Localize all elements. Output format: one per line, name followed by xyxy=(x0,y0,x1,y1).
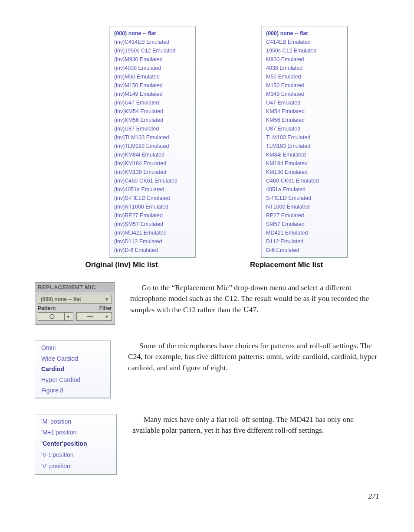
panel-title: REPLACEMENT MIC xyxy=(35,283,115,292)
list-item[interactable]: C414EB Emulated xyxy=(266,38,341,46)
filter-select[interactable]: ▼ xyxy=(76,312,112,321)
list-item[interactable]: (inv)RE27 Emulated xyxy=(114,211,189,220)
list-item[interactable]: (inv)NT1000 Emulated xyxy=(114,202,189,211)
list-item[interactable]: (inv)M930 Emulated xyxy=(114,55,189,64)
list-item[interactable]: M50 Emulated xyxy=(266,72,341,81)
list-item[interactable]: M150 Emulated xyxy=(266,81,341,90)
original-mic-list[interactable]: (000) none -- flat (inv)C414EB Emulated … xyxy=(109,26,196,258)
list-item[interactable]: C460-CK61 Emulated xyxy=(266,176,341,185)
list-item[interactable]: KM184 Emulated xyxy=(266,159,341,168)
list-item[interactable]: Omni xyxy=(41,343,104,353)
list-item[interactable]: (inv)MD421 Emulated xyxy=(114,228,189,237)
pattern-select[interactable]: ▼ xyxy=(38,312,73,321)
list-item[interactable]: (inv)U87 Emulated xyxy=(114,124,189,133)
list-item[interactable]: 'M+1'position xyxy=(41,427,110,438)
paragraph-1: Go to the “Replacement Mic” drop-down me… xyxy=(130,282,379,325)
list-item[interactable]: KM54 Emulated xyxy=(266,107,341,116)
list-item[interactable]: (inv)S-FIELD Emulated xyxy=(114,194,189,202)
replacement-mic-dropdown[interactable]: (000) none -- flat ▼ xyxy=(38,295,112,304)
list-item[interactable]: 1950s C12 Emulated xyxy=(266,46,341,55)
rolloff-list[interactable]: 'M' position 'M+1'position 'Center'posit… xyxy=(35,414,117,475)
list-item[interactable]: (inv)M50 Emulated xyxy=(114,72,189,81)
page-number: 271 xyxy=(35,492,379,501)
list-item[interactable]: (inv)KM54 Emulated xyxy=(114,107,189,116)
omni-icon xyxy=(39,313,64,320)
list-item[interactable]: 4051a Emulated xyxy=(266,185,341,194)
list-item[interactable]: (inv)C460-CK61 Emulated xyxy=(114,176,189,185)
pattern-label: Pattern xyxy=(38,305,73,311)
list-item[interactable]: KM130 Emulated xyxy=(266,168,341,176)
paragraph-2: Some of the microphones have choices for… xyxy=(128,340,379,398)
chevron-down-icon: ▼ xyxy=(105,297,109,302)
list-item[interactable]: M930 Emulated xyxy=(266,55,341,64)
filter-label: Filter xyxy=(76,305,112,311)
chevron-down-icon: ▼ xyxy=(103,314,110,319)
list-item[interactable]: (inv)U47 Emulated xyxy=(114,98,189,107)
list-item-selected[interactable]: 'Center'position xyxy=(41,438,110,450)
list-item[interactable]: (inv)TLM103 Emulated xyxy=(114,133,189,142)
chevron-down-icon: ▼ xyxy=(65,314,72,319)
dropdown-selected: (000) none -- flat xyxy=(41,296,81,302)
list-item[interactable]: (inv)M149 Emulated xyxy=(114,90,189,98)
list-item[interactable]: SM57 Emulated xyxy=(266,220,341,228)
list-item[interactable]: (inv)SM57 Emulated xyxy=(114,220,189,228)
list-item-selected[interactable]: Cardiod xyxy=(41,364,104,375)
list-item[interactable]: (inv)C414EB Emulated xyxy=(114,38,189,46)
list-item[interactable]: 'V-1'position xyxy=(41,450,110,461)
paragraph-3: Many mics have only a flat roll-off sett… xyxy=(132,414,379,475)
list-item[interactable]: (inv)KM130 Emulated xyxy=(114,168,189,176)
list-item[interactable]: (inv)M150 Emulated xyxy=(114,81,189,90)
list-item[interactable]: TLM103 Emulated xyxy=(266,133,341,142)
replacement-mic-list-header[interactable]: (000) none -- flat xyxy=(266,29,341,38)
list-item[interactable]: Figure 8 xyxy=(41,385,104,396)
list-item[interactable]: MD421 Emulated xyxy=(266,228,341,237)
list-item[interactable]: (inv)4051a Emulated xyxy=(114,185,189,194)
list-item[interactable]: (inv)D112 Emulated xyxy=(114,237,189,246)
flat-line-icon xyxy=(78,313,103,320)
list-item[interactable]: NT1000 Emulated xyxy=(266,202,341,211)
list-item[interactable]: D-6 Emulated xyxy=(266,246,341,255)
list-item[interactable]: (inv)KM84i Emulated xyxy=(114,150,189,159)
list-item[interactable]: KM84i Emulated xyxy=(266,150,341,159)
original-mic-list-header[interactable]: (000) none -- flat xyxy=(114,29,189,38)
list-item[interactable]: (inv)KM56 Emulated xyxy=(114,116,189,124)
replacement-caption: Replacement Mic list xyxy=(239,261,334,269)
list-item[interactable]: (inv)D-6 Emulated xyxy=(114,246,189,255)
list-item[interactable]: 'V' position xyxy=(41,461,110,472)
replacement-mic-list[interactable]: (000) none -- flat C414EB Emulated 1950s… xyxy=(261,26,348,258)
list-item[interactable]: S-FIELD Emulated xyxy=(266,194,341,202)
list-item[interactable]: TLM193 Emulated xyxy=(266,142,341,150)
list-item[interactable]: M149 Emulated xyxy=(266,90,341,98)
list-item[interactable]: U47 Emulated xyxy=(266,98,341,107)
mic-lists-row: (000) none -- flat (inv)C414EB Emulated … xyxy=(78,26,379,258)
list-item[interactable]: Hyper Cardiod xyxy=(41,375,104,385)
pattern-list[interactable]: Omni Wide Cardiod Cardiod Hyper Cardiod … xyxy=(35,340,111,398)
list-item[interactable]: 'M' position xyxy=(41,416,110,428)
replacement-mic-panel: REPLACEMENT MIC (000) none -- flat ▼ Pat… xyxy=(35,282,115,325)
list-item[interactable]: D112 Emulated xyxy=(266,237,341,246)
list-captions: Original (inv) Mic list Replacement Mic … xyxy=(74,261,379,269)
list-item[interactable]: RE27 Emulated xyxy=(266,211,341,220)
list-item[interactable]: 4038 Emulated xyxy=(266,64,341,72)
svg-point-0 xyxy=(50,314,54,319)
list-item[interactable]: U87 Emulated xyxy=(266,124,341,133)
original-caption: Original (inv) Mic list xyxy=(74,261,169,269)
list-item[interactable]: (inv)1950s C12 Emulated xyxy=(114,46,189,55)
list-item[interactable]: KM56 Emulated xyxy=(266,116,341,124)
list-item[interactable]: Wide Cardiod xyxy=(41,353,104,364)
list-item[interactable]: (inv)TLM193 Emulated xyxy=(114,142,189,150)
list-item[interactable]: (inv)KM184 Emulated xyxy=(114,159,189,168)
list-item[interactable]: (inv)4038 Emulated xyxy=(114,64,189,72)
